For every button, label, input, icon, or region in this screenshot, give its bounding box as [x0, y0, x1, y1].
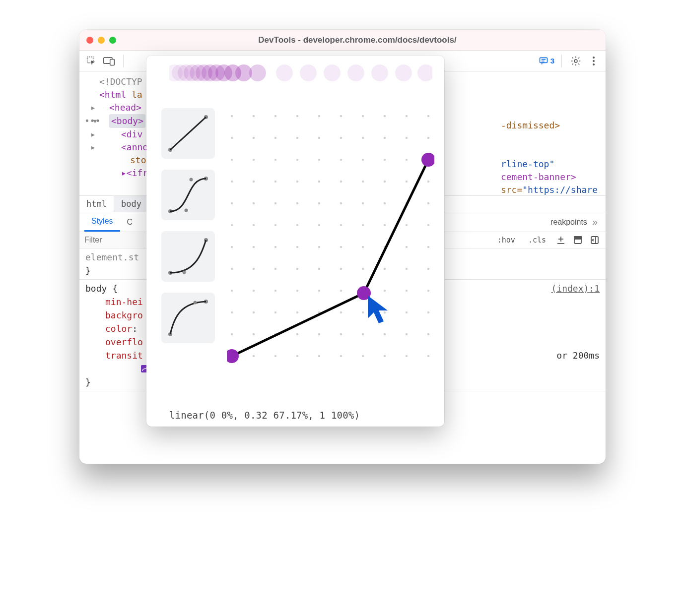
svg-point-126	[406, 268, 408, 270]
svg-point-56	[406, 115, 408, 117]
svg-point-130	[274, 290, 276, 292]
svg-point-59	[253, 137, 255, 139]
cls-toggle[interactable]: .cls	[525, 235, 549, 246]
svg-point-90	[274, 202, 276, 204]
zoom-dot-icon[interactable]	[109, 37, 116, 44]
prop-background[interactable]: backgro	[105, 310, 143, 320]
svg-point-76	[406, 159, 408, 161]
svg-point-61	[296, 137, 298, 139]
svg-point-28	[249, 64, 266, 81]
svg-point-108	[231, 246, 233, 248]
body-selector[interactable]: body {	[85, 282, 118, 295]
hov-toggle[interactable]: :hov	[494, 235, 518, 246]
prop-color[interactable]: color	[105, 323, 132, 334]
svg-point-163	[340, 355, 342, 357]
svg-point-35	[417, 64, 432, 81]
svg-point-34	[395, 64, 412, 81]
svg-point-117	[427, 246, 429, 248]
svg-point-105	[384, 224, 386, 226]
svg-point-145	[384, 311, 386, 313]
svg-point-152	[318, 333, 320, 335]
svg-point-69	[253, 159, 255, 161]
easing-graph[interactable]	[227, 108, 434, 326]
svg-point-131	[296, 290, 298, 292]
svg-point-149	[253, 333, 255, 335]
inspect-element-icon[interactable]	[84, 54, 98, 68]
svg-point-68	[231, 159, 233, 161]
svg-point-99	[253, 224, 255, 226]
svg-point-124	[362, 268, 364, 270]
svg-point-71	[296, 159, 298, 161]
svg-point-106	[406, 224, 408, 226]
svg-point-155	[384, 333, 386, 335]
prop-min-height[interactable]: min-hei	[105, 297, 143, 307]
transition-tail: or 200ms	[556, 349, 600, 362]
svg-point-113	[340, 246, 342, 248]
svg-point-6	[574, 60, 577, 62]
svg-point-154	[362, 333, 364, 335]
tab-computed[interactable]: C	[120, 212, 140, 232]
svg-point-78	[231, 181, 233, 183]
svg-point-70	[274, 159, 276, 161]
toggle-sidebar-icon[interactable]	[590, 235, 600, 245]
preset-ease-in-out[interactable]	[161, 170, 215, 220]
svg-point-9	[593, 63, 595, 65]
minimize-dot-icon[interactable]	[98, 37, 105, 44]
preset-ease-in[interactable]	[161, 231, 215, 282]
svg-point-82	[318, 181, 320, 183]
svg-point-40	[185, 209, 188, 212]
settings-icon[interactable]	[569, 54, 583, 68]
kebab-menu-icon[interactable]	[587, 54, 601, 68]
svg-point-93	[340, 202, 342, 204]
svg-point-104	[362, 224, 364, 226]
svg-point-137	[427, 290, 429, 292]
svg-point-109	[253, 246, 255, 248]
tab-breakpoints-partial[interactable]: reakpoints	[550, 218, 587, 227]
svg-point-30	[300, 64, 317, 81]
svg-point-31	[324, 64, 341, 81]
svg-point-164	[362, 355, 364, 357]
svg-point-60	[274, 137, 276, 139]
window-controls	[86, 37, 116, 44]
svg-point-112	[318, 246, 320, 248]
svg-point-79	[253, 181, 255, 183]
svg-point-58	[231, 137, 233, 139]
svg-point-148	[231, 333, 233, 335]
svg-point-165	[384, 355, 386, 357]
more-tabs-icon[interactable]: »	[592, 216, 598, 228]
svg-point-86	[406, 181, 408, 183]
svg-point-129	[253, 290, 255, 292]
svg-point-159	[253, 355, 255, 357]
easing-point-2[interactable]	[421, 153, 434, 167]
svg-point-123	[340, 268, 342, 270]
svg-point-83	[340, 181, 342, 183]
preset-linear[interactable]	[161, 108, 215, 159]
new-style-rule-icon[interactable]	[556, 235, 566, 245]
svg-point-97	[427, 202, 429, 204]
prop-transition[interactable]: transit	[105, 349, 143, 362]
crumb-body[interactable]: body	[114, 196, 149, 212]
crumb-html[interactable]: html	[79, 196, 114, 212]
easing-point-1[interactable]	[357, 286, 371, 300]
svg-point-72	[318, 159, 320, 161]
svg-point-128	[231, 290, 233, 292]
computed-styles-icon[interactable]	[573, 235, 583, 245]
close-dot-icon[interactable]	[86, 37, 93, 44]
doctype-node[interactable]: <!DOCTYP	[99, 76, 142, 87]
source-link[interactable]: (index):1	[551, 282, 600, 295]
svg-point-157	[427, 333, 429, 335]
preset-ease-out[interactable]	[161, 293, 215, 343]
prop-overflow[interactable]: overflo	[105, 337, 143, 347]
svg-point-114	[362, 246, 364, 248]
element-style-selector[interactable]: element.st	[85, 252, 139, 262]
svg-point-107	[427, 224, 429, 226]
easing-point-0[interactable]	[227, 349, 239, 363]
svg-point-91	[296, 202, 298, 204]
svg-point-122	[318, 268, 320, 270]
svg-point-64	[362, 137, 364, 139]
issues-button[interactable]: 3	[539, 56, 554, 66]
easing-editor-popover[interactable]: linear(0 0%, 0.32 67.17%, 1 100%)	[146, 56, 444, 427]
svg-point-75	[384, 159, 386, 161]
device-toolbar-icon[interactable]	[102, 54, 116, 68]
tab-styles[interactable]: Styles	[84, 212, 120, 232]
